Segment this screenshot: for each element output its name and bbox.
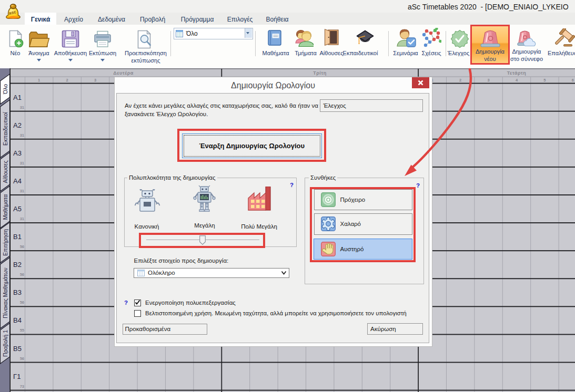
svg-text:Δευτέρα: Δευτέρα	[113, 70, 134, 76]
svg-text:55: 55	[20, 328, 24, 333]
svg-text:A2: A2	[13, 121, 22, 129]
svg-text:A1: A1	[13, 94, 22, 101]
svg-text:Γ1: Γ1	[13, 373, 21, 380]
svg-text:5: 5	[543, 78, 546, 82]
svg-text:2: 2	[66, 78, 68, 82]
svg-text:6: 6	[572, 78, 574, 82]
svg-text:73: 73	[20, 384, 24, 389]
svg-text:B1: B1	[13, 233, 22, 241]
svg-text:31: 31	[20, 161, 24, 166]
svg-text:56: 56	[20, 272, 24, 277]
svg-text:Επιτήρηση: Επιτήρηση	[2, 229, 8, 256]
svg-text:Αίθουσες: Αίθουσες	[2, 161, 8, 183]
svg-text:31: 31	[20, 216, 24, 221]
svg-text:A3: A3	[13, 149, 22, 157]
svg-text:31: 31	[20, 105, 24, 110]
svg-text:B4: B4	[13, 316, 22, 324]
svg-text:3: 3	[488, 78, 490, 82]
svg-text:31: 31	[20, 189, 24, 193]
svg-text:56: 56	[20, 300, 24, 305]
svg-text:Πίνακας Μαθημάτων: Πίνακας Μαθημάτων	[2, 267, 8, 318]
svg-text:1: 1	[38, 78, 40, 82]
svg-text:56: 56	[20, 356, 24, 361]
svg-text:Προβολή 1: Προβολή 1	[2, 330, 8, 357]
svg-text:56: 56	[20, 244, 24, 249]
svg-text:B2: B2	[13, 261, 22, 269]
svg-text:Τετάρτη: Τετάρτη	[507, 70, 527, 76]
svg-text:A4: A4	[13, 177, 22, 185]
svg-text:2: 2	[459, 78, 461, 82]
svg-text:Όλο: Όλο	[2, 84, 8, 95]
svg-text:A5: A5	[13, 205, 22, 213]
svg-text:Μαθήματα: Μαθήματα	[2, 194, 8, 220]
svg-text:3: 3	[94, 78, 96, 82]
svg-text:B3: B3	[13, 288, 22, 296]
svg-text:B5: B5	[13, 345, 22, 353]
svg-text:Τρίτη: Τρίτη	[313, 70, 327, 76]
svg-text:Εκπαιδευτικοί: Εκπαιδευτικοί	[2, 111, 8, 145]
svg-text:31: 31	[20, 133, 24, 138]
